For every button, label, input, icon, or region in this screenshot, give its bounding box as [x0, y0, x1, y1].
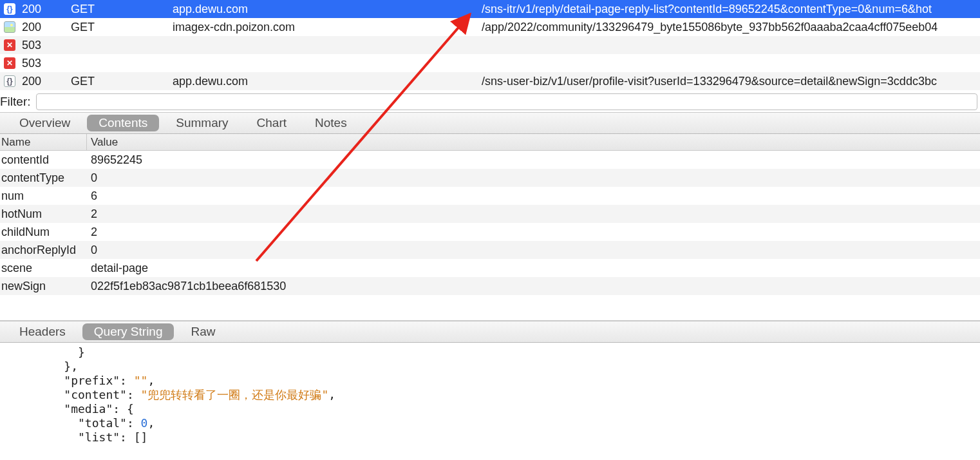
- image-icon: [4, 21, 15, 33]
- json-key: "media": [64, 402, 113, 416]
- request-row[interactable]: ✕ 503: [0, 36, 980, 54]
- path: /app/2022/community/133296479_byte155086…: [482, 21, 980, 34]
- tab-overview[interactable]: Overview: [8, 115, 82, 131]
- param-value: 2: [87, 207, 980, 221]
- param-name: contentId: [0, 153, 87, 167]
- param-name: newSign: [0, 280, 87, 293]
- param-value: detail-page: [87, 262, 980, 275]
- json-num: 0: [141, 416, 148, 430]
- param-row[interactable]: num6: [0, 187, 980, 205]
- status-code: 200: [19, 75, 71, 88]
- filter-input[interactable]: [36, 93, 978, 110]
- json-line: },: [36, 359, 78, 373]
- tab-raw[interactable]: Raw: [179, 323, 227, 340]
- param-value: 022f5f1eb83ac9871cb1beea6f681530: [87, 280, 980, 293]
- param-name: scene: [0, 262, 87, 275]
- param-value: 6: [87, 189, 980, 203]
- request-row[interactable]: {} 200 GET app.dewu.com /sns-itr/v1/repl…: [0, 0, 980, 18]
- json-key: "prefix": [64, 374, 120, 387]
- param-row[interactable]: childNum2: [0, 223, 980, 241]
- json-key: "total": [78, 416, 127, 430]
- host: app.dewu.com: [173, 3, 482, 16]
- param-row[interactable]: contentType0: [0, 169, 980, 187]
- param-value: 0: [87, 171, 980, 185]
- http-method: GET: [71, 3, 173, 16]
- param-row[interactable]: anchorReplyId0: [0, 241, 980, 259]
- path: /sns-user-biz/v1/user/profile-visit?user…: [482, 75, 980, 88]
- col-header-value: Value: [87, 136, 980, 149]
- tab-chart[interactable]: Chart: [245, 115, 298, 131]
- param-row[interactable]: contentId89652245: [0, 151, 980, 169]
- error-icon: ✕: [4, 57, 15, 69]
- json-icon: {}: [4, 3, 15, 15]
- param-name: anchorReplyId: [0, 244, 87, 257]
- param-value: 0: [87, 244, 980, 257]
- param-name: contentType: [0, 171, 87, 185]
- http-method: GET: [71, 21, 173, 34]
- tab-headers[interactable]: Headers: [8, 323, 77, 340]
- json-str: "": [134, 374, 148, 387]
- param-name: childNum: [0, 225, 87, 239]
- filter-label: Filter:: [0, 95, 36, 109]
- path: /sns-itr/v1/reply/detail-page-reply-list…: [482, 3, 980, 16]
- params-header: Name Value: [0, 134, 980, 151]
- json-arr: []: [134, 430, 148, 444]
- http-method: GET: [71, 75, 173, 88]
- request-row[interactable]: 200 GET imagex-cdn.poizon.com /app/2022/…: [0, 18, 980, 36]
- json-key: "list": [78, 430, 120, 444]
- json-icon: {}: [4, 75, 15, 87]
- host: imagex-cdn.poizon.com: [173, 21, 482, 34]
- param-row[interactable]: newSign022f5f1eb83ac9871cb1beea6f681530: [0, 277, 980, 295]
- request-row[interactable]: ✕ 503: [0, 54, 980, 72]
- tab-contents[interactable]: Contents: [87, 115, 159, 131]
- tab-query-string[interactable]: Query String: [82, 323, 174, 340]
- status-code: 200: [19, 21, 71, 34]
- json-key: "content": [64, 388, 127, 401]
- response-body[interactable]: } }, "prefix": "", "content": "兜兜转转看了一圈，…: [0, 343, 980, 445]
- col-header-name: Name: [0, 134, 87, 150]
- request-row[interactable]: {} 200 GET app.dewu.com /sns-user-biz/v1…: [0, 72, 980, 90]
- param-row[interactable]: scenedetail-page: [0, 259, 980, 277]
- json-line: }: [36, 345, 85, 359]
- body-tabbar: Headers Query String Raw: [0, 321, 980, 343]
- param-name: hotNum: [0, 207, 87, 221]
- tab-notes[interactable]: Notes: [303, 115, 359, 131]
- json-str: "兜兜转转看了一圈，还是你最好骗": [141, 388, 329, 401]
- params-gap: [0, 295, 980, 321]
- request-list: {} 200 GET app.dewu.com /sns-itr/v1/repl…: [0, 0, 980, 90]
- params-table: contentId89652245 contentType0 num6 hotN…: [0, 151, 980, 295]
- detail-tabbar: Overview Contents Summary Chart Notes: [0, 112, 980, 134]
- host: app.dewu.com: [173, 75, 482, 88]
- filter-bar: Filter:: [0, 90, 980, 112]
- param-row[interactable]: hotNum2: [0, 205, 980, 223]
- param-value: 89652245: [87, 153, 980, 167]
- status-code: 200: [19, 3, 71, 16]
- status-code: 503: [19, 39, 71, 52]
- error-icon: ✕: [4, 39, 15, 51]
- param-name: num: [0, 189, 87, 203]
- status-code: 503: [19, 57, 71, 70]
- tab-summary[interactable]: Summary: [164, 115, 240, 131]
- param-value: 2: [87, 225, 980, 239]
